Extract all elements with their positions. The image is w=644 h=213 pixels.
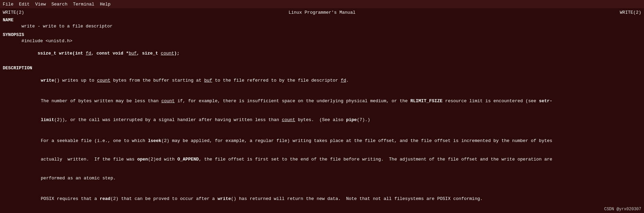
name-content: write - write to a file descriptor — [0, 23, 644, 29]
header-left: WRITE(2) — [3, 10, 24, 16]
menu-edit[interactable]: Edit — [19, 2, 30, 7]
menu-help[interactable]: Help — [100, 2, 111, 7]
desc-para5: According to POSIX.1, if count is greate… — [0, 211, 644, 213]
desc-para3c: performed as an atomic step. — [0, 169, 644, 188]
header-right: WRITE(2) — [620, 10, 641, 16]
synopsis-title: SYNOPSIS — [0, 32, 644, 38]
menu-bar: File Edit View Search Terminal Help — [0, 0, 644, 8]
desc-para3b: actually written. If the file was open(2… — [0, 150, 644, 169]
desc-para2b: limit(2)), or the call was interrupted b… — [0, 111, 644, 130]
description-title: DESCRIPTION — [0, 65, 644, 71]
name-section: NAME write - write to a file descriptor — [0, 17, 644, 29]
synopsis-section: SYNOPSIS #include <unistd.h> ssize_t wri… — [0, 32, 644, 63]
menu-view[interactable]: View — [35, 2, 46, 7]
menu-file[interactable]: File — [3, 2, 13, 7]
description-section: DESCRIPTION write() writes up to count b… — [0, 65, 644, 213]
synopsis-include: #include <unistd.h> — [0, 38, 644, 44]
man-header: WRITE(2) Linux Programmer's Manual WRITE… — [0, 10, 644, 16]
terminal-content: WRITE(2) Linux Programmer's Manual WRITE… — [0, 8, 644, 213]
watermark: CSDN @yrx020307 — [604, 207, 641, 212]
desc-para2: The number of bytes written may be less … — [0, 92, 644, 111]
name-title: NAME — [0, 17, 644, 23]
header-center: Linux Programmer's Manual — [288, 10, 355, 16]
menu-search[interactable]: Search — [51, 2, 68, 7]
menu-terminal[interactable]: Terminal — [73, 2, 94, 7]
desc-para3: For a seekable file (i.e., one to which … — [0, 131, 644, 150]
synopsis-func: ssize_t write(int fd, const void *buf, s… — [0, 44, 644, 63]
desc-para1: write() writes up to count bytes from th… — [0, 71, 644, 90]
desc-para4: POSIX requires that a read(2) that can b… — [0, 190, 644, 209]
